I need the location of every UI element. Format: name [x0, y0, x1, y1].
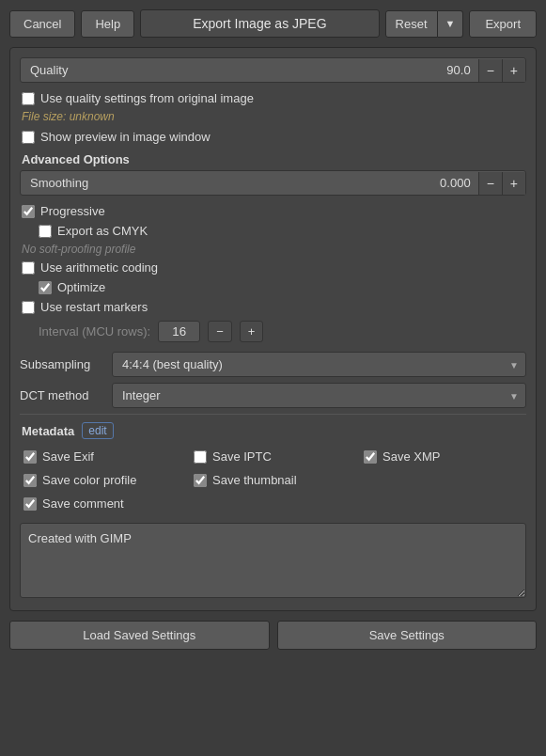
restart-markers-row: Use restart markers: [20, 297, 526, 317]
progressive-row: Progressive: [20, 201, 526, 221]
quality-plus-button[interactable]: +: [502, 59, 525, 82]
subsampling-row: Subsampling 4:4:4 (best quality) 4:2:2 h…: [20, 352, 526, 377]
show-preview-label[interactable]: Show preview in image window: [40, 130, 211, 144]
use-quality-settings-row: Use quality settings from original image: [20, 88, 526, 108]
export-cmyk-label[interactable]: Export as CMYK: [57, 224, 148, 238]
save-exif-label[interactable]: Save Exif: [42, 449, 94, 464]
reset-button[interactable]: Reset: [385, 10, 438, 38]
quality-row: Quality 90.0 − +: [20, 57, 526, 83]
progressive-label[interactable]: Progressive: [40, 204, 105, 218]
interval-row: Interval (MCU rows): − +: [20, 317, 526, 346]
save-comment-row: Save comment: [22, 494, 184, 513]
bottom-bar: Load Saved Settings Save Settings: [9, 621, 537, 650]
reset-dropdown-button[interactable]: ▼: [438, 10, 464, 38]
dct-label: DCT method: [20, 388, 104, 402]
use-quality-label[interactable]: Use quality settings from original image: [40, 91, 254, 105]
save-iptc-row: Save IPTC: [192, 447, 354, 466]
save-xmp-checkbox[interactable]: [364, 450, 377, 464]
arithmetic-checkbox[interactable]: [22, 261, 35, 275]
advanced-header: Advanced Options: [20, 147, 526, 170]
dct-select[interactable]: Integer Fixed Float: [112, 383, 526, 408]
save-iptc-checkbox[interactable]: [194, 450, 207, 464]
smoothing-minus-button[interactable]: −: [478, 172, 502, 195]
smoothing-label: Smoothing: [21, 171, 432, 195]
save-settings-button[interactable]: Save Settings: [277, 621, 538, 650]
show-preview-checkbox[interactable]: [22, 131, 35, 144]
save-thumbnail-label[interactable]: Save thumbnail: [212, 473, 297, 487]
reset-group: Reset ▼: [385, 10, 464, 38]
quality-value: 90.0: [436, 58, 478, 82]
optimize-label[interactable]: Optimize: [57, 280, 105, 294]
dialog-title: Export Image as JPEG: [140, 9, 379, 38]
export-cmyk-checkbox[interactable]: [39, 225, 52, 238]
arithmetic-label[interactable]: Use arithmetic coding: [40, 260, 158, 275]
interval-label: Interval (MCU rows):: [39, 324, 150, 339]
quality-label: Quality: [21, 58, 436, 82]
save-xmp-row: Save XMP: [362, 447, 524, 466]
interval-plus-button[interactable]: +: [240, 321, 264, 342]
comment-textarea[interactable]: Created with GIMP: [20, 523, 526, 598]
metadata-header: Metadata edit: [20, 414, 526, 443]
dct-method-row: DCT method Integer Fixed Float: [20, 383, 526, 408]
optimize-row: Optimize: [20, 277, 526, 297]
progressive-checkbox[interactable]: [22, 205, 35, 218]
subsampling-select[interactable]: 4:4:4 (best quality) 4:2:2 horizontal 4:…: [112, 352, 526, 377]
show-preview-row: Show preview in image window: [20, 127, 526, 147]
use-quality-checkbox[interactable]: [22, 92, 35, 105]
metadata-edit-link[interactable]: edit: [82, 422, 113, 439]
subsampling-label: Subsampling: [20, 357, 104, 371]
smoothing-plus-button[interactable]: +: [502, 172, 525, 195]
save-color-profile-row: Save color profile: [22, 470, 184, 490]
quality-minus-button[interactable]: −: [478, 59, 502, 82]
main-content: Quality 90.0 − + Use quality settings fr…: [9, 47, 537, 611]
save-comment-checkbox[interactable]: [23, 497, 37, 511]
export-button[interactable]: Export: [469, 10, 537, 38]
interval-minus-button[interactable]: −: [208, 321, 232, 342]
restart-markers-label[interactable]: Use restart markers: [40, 300, 148, 314]
interval-input[interactable]: [158, 321, 200, 342]
metadata-title: Metadata: [22, 424, 74, 438]
help-button[interactable]: Help: [81, 10, 134, 38]
optimize-checkbox[interactable]: [39, 281, 52, 294]
save-thumbnail-row: Save thumbnail: [192, 470, 354, 490]
smoothing-row: Smoothing 0.000 − +: [20, 170, 526, 196]
arithmetic-row: Use arithmetic coding: [20, 258, 526, 277]
save-exif-row: Save Exif: [22, 447, 184, 466]
toolbar: Cancel Help Export Image as JPEG Reset ▼…: [9, 9, 537, 47]
save-xmp-label[interactable]: Save XMP: [382, 449, 440, 464]
save-color-profile-checkbox[interactable]: [23, 474, 37, 487]
save-comment-label[interactable]: Save comment: [42, 496, 124, 511]
restart-markers-checkbox[interactable]: [22, 301, 35, 314]
save-exif-checkbox[interactable]: [23, 450, 37, 464]
soft-proof-note: No soft-proofing profile: [20, 241, 526, 258]
export-cmyk-row: Export as CMYK: [20, 221, 526, 241]
file-size-text: File size: unknown: [20, 108, 526, 127]
subsampling-wrapper: 4:4:4 (best quality) 4:2:2 horizontal 4:…: [112, 352, 526, 377]
cancel-button[interactable]: Cancel: [9, 10, 75, 38]
dct-wrapper: Integer Fixed Float: [112, 383, 526, 408]
metadata-grid: Save Exif Save IPTC Save XMP Save color …: [20, 443, 526, 517]
save-color-profile-label[interactable]: Save color profile: [42, 473, 136, 487]
save-thumbnail-checkbox[interactable]: [194, 474, 207, 487]
save-iptc-label[interactable]: Save IPTC: [212, 449, 272, 464]
load-settings-button[interactable]: Load Saved Settings: [9, 621, 270, 650]
smoothing-value: 0.000: [432, 171, 478, 195]
